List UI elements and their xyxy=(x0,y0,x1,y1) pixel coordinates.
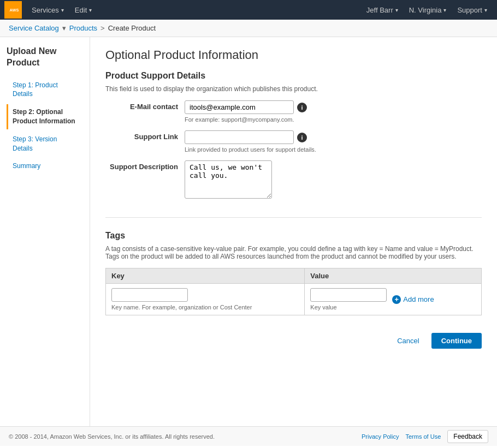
user-arrow-icon: ▾ xyxy=(395,7,398,13)
value-header: Value xyxy=(305,268,482,284)
email-input[interactable] xyxy=(185,100,294,114)
support-menu[interactable]: Support ▾ xyxy=(452,6,493,14)
add-more-label: Add more xyxy=(403,295,434,303)
products-link[interactable]: Products xyxy=(69,24,97,32)
support-desc-label: Support Description xyxy=(105,160,185,171)
aws-logo: AWS xyxy=(4,1,22,19)
sidebar-item-step3[interactable]: Step 3: Version Details xyxy=(7,132,83,157)
page-title: Optional Product Information xyxy=(105,48,482,62)
continue-button[interactable]: Continue xyxy=(431,333,482,349)
footer: © 2008 - 2014, Amazon Web Services, Inc.… xyxy=(0,426,497,446)
email-field-wrap: i For example: support@mycompany.com. xyxy=(185,100,307,123)
tags-section: Tags A tag consists of a case-sensitive … xyxy=(105,231,482,315)
support-link-field-wrap: i Link provided to product users for sup… xyxy=(185,130,316,153)
support-link-row: Support Link i Link provided to product … xyxy=(105,130,482,153)
copyright-text: © 2008 - 2014, Amazon Web Services, Inc.… xyxy=(9,433,215,440)
breadcrumb-current: Create Product xyxy=(108,24,156,32)
key-cell: Key name. For example, organization or C… xyxy=(106,284,305,315)
main-layout: Upload New Product Step 1: Product Detai… xyxy=(0,37,497,426)
privacy-policy-link[interactable]: Privacy Policy xyxy=(362,433,399,440)
tags-table: Key Value Key name. For example, organiz… xyxy=(105,268,482,315)
key-header: Key xyxy=(106,268,305,284)
top-nav: AWS Services ▾ Edit ▾ Jeff Barr ▾ N. Vir… xyxy=(0,0,497,20)
add-more-icon: + xyxy=(392,295,401,304)
add-more-button[interactable]: + Add more xyxy=(392,295,434,304)
action-bar: Cancel Continue xyxy=(105,324,482,353)
key-hint: Key name. For example, organization or C… xyxy=(111,304,299,310)
support-link-label: Support Link xyxy=(105,130,185,141)
breadcrumb-bar: Service Catalog ▾ Products > Create Prod… xyxy=(0,20,497,37)
feedback-button[interactable]: Feedback xyxy=(447,430,488,443)
email-field-row: i xyxy=(185,100,307,114)
support-desc-field-wrap: Call us, we won't call you. xyxy=(185,160,272,199)
service-catalog-link[interactable]: Service Catalog xyxy=(9,24,59,32)
key-input[interactable] xyxy=(111,288,188,302)
product-support-desc: This field is used to display the organi… xyxy=(105,85,482,93)
edit-arrow-icon: ▾ xyxy=(89,7,92,13)
user-menu[interactable]: Jeff Barr ▾ xyxy=(361,6,404,14)
product-support-title: Product Support Details xyxy=(105,71,482,81)
support-link-info-icon[interactable]: i xyxy=(297,133,307,142)
region-arrow-icon: ▾ xyxy=(443,7,446,13)
sidebar-item-step2[interactable]: Step 2: Optional Product Information xyxy=(7,104,83,129)
services-arrow-icon: ▾ xyxy=(61,7,64,13)
email-info-icon[interactable]: i xyxy=(297,103,307,112)
svg-text:AWS: AWS xyxy=(10,8,19,13)
cancel-button[interactable]: Cancel xyxy=(390,333,425,349)
edit-menu[interactable]: Edit ▾ xyxy=(69,6,97,14)
email-hint: For example: support@mycompany.com. xyxy=(185,116,307,123)
product-support-section: Product Support Details This field is us… xyxy=(105,71,482,218)
tags-title: Tags xyxy=(105,231,482,241)
support-desc-row: Support Description Call us, we won't ca… xyxy=(105,160,482,199)
terms-of-use-link[interactable]: Terms of Use xyxy=(406,433,441,440)
services-menu[interactable]: Services ▾ xyxy=(26,6,69,14)
support-link-field-row: i xyxy=(185,130,316,144)
sidebar-item-summary[interactable]: Summary xyxy=(7,158,83,174)
tag-row: Key name. For example, organization or C… xyxy=(106,284,482,315)
support-link-input[interactable] xyxy=(185,130,294,144)
tags-desc: A tag consists of a case-sensitive key-v… xyxy=(105,245,482,260)
support-link-hint: Link provided to product users for suppo… xyxy=(185,146,316,153)
value-input[interactable] xyxy=(310,288,387,302)
region-menu[interactable]: N. Virginia ▾ xyxy=(404,6,452,14)
content-area: Optional Product Information Product Sup… xyxy=(90,37,497,426)
email-row: E-Mail contact i For example: support@my… xyxy=(105,100,482,123)
breadcrumb-separator-1: ▾ xyxy=(62,24,66,32)
value-hint: Key value xyxy=(310,304,387,310)
sidebar-title: Upload New Product xyxy=(7,46,83,69)
breadcrumb-separator-2: > xyxy=(100,24,105,32)
sidebar: Upload New Product Step 1: Product Detai… xyxy=(0,37,90,426)
support-arrow-icon: ▾ xyxy=(484,7,487,13)
email-label: E-Mail contact xyxy=(105,100,185,111)
sidebar-item-step1[interactable]: Step 1: Product Details xyxy=(7,77,83,103)
value-cell: Key value + Add more xyxy=(305,284,482,315)
support-desc-input[interactable]: Call us, we won't call you. xyxy=(185,160,272,199)
